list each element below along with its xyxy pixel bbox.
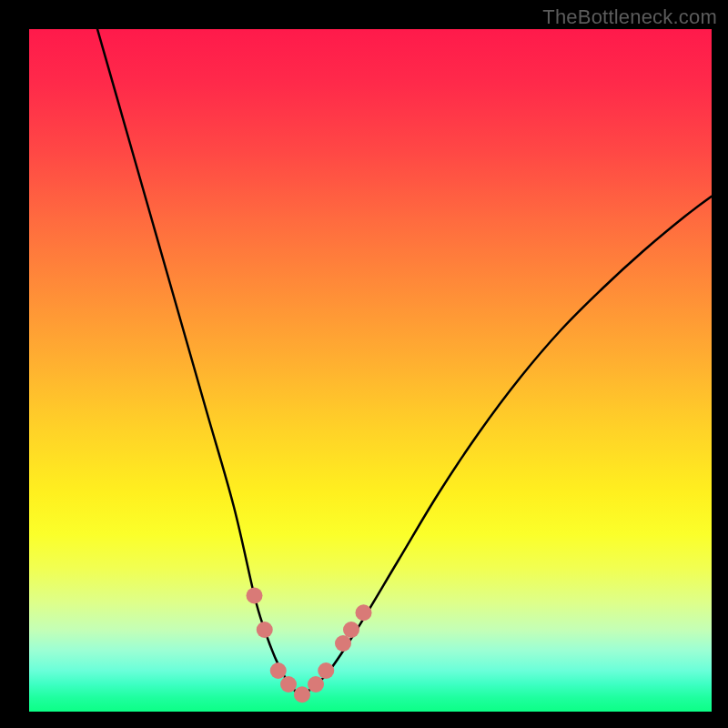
bottleneck-curve [97,29,712,694]
marker-group [247,588,372,703]
marker-trough-right-a [308,676,324,693]
marker-trough-right-b [318,662,334,679]
marker-left-cluster-top [247,588,263,604]
marker-left-cluster-lower [257,622,273,638]
marker-right-cluster-b [343,622,359,638]
marker-trough-left-a [270,662,287,679]
marker-right-cluster-a [335,635,351,652]
curve-layer [29,29,712,712]
marker-trough-min [294,686,310,703]
chart-stage: TheBottleneck.com [0,0,728,728]
marker-trough-left-b [280,676,297,693]
marker-right-cluster-c [356,604,372,621]
watermark-text: TheBottleneck.com [542,5,717,29]
plot-area [29,29,712,712]
